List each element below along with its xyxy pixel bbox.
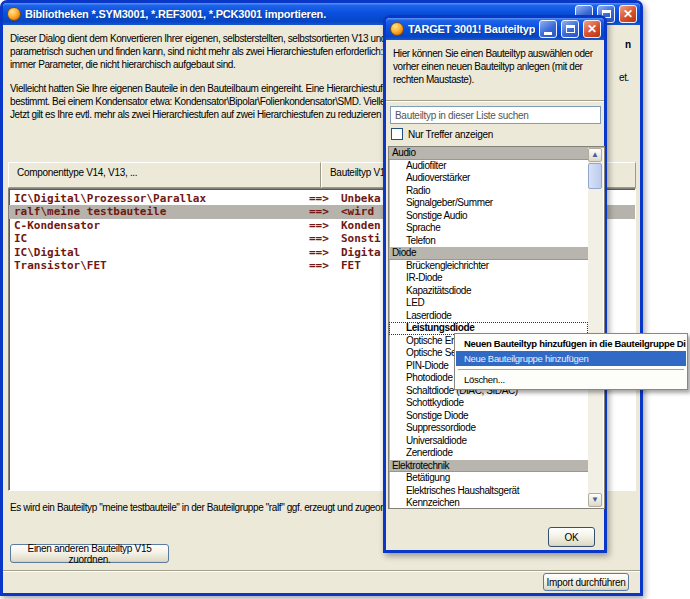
list-item[interactable]: Audioverstärker xyxy=(389,172,604,185)
list-item[interactable]: IR-Diode xyxy=(389,272,604,285)
arrow-icon: ==> xyxy=(309,192,329,205)
row-source: C-Kondensator xyxy=(14,219,100,232)
instruction-text: Hier können Sie einen Bauteiltyp auswähl… xyxy=(393,47,597,86)
checkbox-label: Nur Treffer anzeigen xyxy=(408,129,493,140)
list-item[interactable]: Kapazitätsdiode xyxy=(389,285,604,298)
arrow-icon: ==> xyxy=(309,232,329,245)
row-source: IC xyxy=(14,232,27,245)
column-header-componenttype: Componenttype V14, V13, ... xyxy=(8,162,321,188)
bauteiltypen-dialog-titlebar[interactable]: TARGET 3001! Bauteiltypen ✕ xyxy=(386,18,604,40)
list-item[interactable]: Signalgeber/Summer xyxy=(389,197,604,210)
row-source: ralf\meine testbauteile xyxy=(14,205,166,218)
divider xyxy=(386,100,604,102)
checkbox-icon[interactable] xyxy=(391,128,403,140)
text-fragment: et. xyxy=(619,72,629,83)
run-import-button[interactable]: Import durchführen xyxy=(543,573,629,591)
arrow-icon: ==> xyxy=(309,246,329,259)
list-item[interactable]: Kennzeichen xyxy=(389,497,604,509)
scroll-down-icon[interactable]: ▼ xyxy=(588,493,602,507)
minimize-icon[interactable] xyxy=(539,20,557,38)
component-type-list[interactable]: ▲ ▼ AudioAudiofilterAudioverstärkerRadio… xyxy=(388,146,605,509)
scroll-up-icon[interactable]: ▲ xyxy=(588,148,602,162)
list-item[interactable]: Telefon xyxy=(389,235,604,248)
search-input[interactable] xyxy=(390,106,601,124)
list-item[interactable]: LED xyxy=(389,297,604,310)
list-item[interactable]: Universaldiode xyxy=(389,435,604,448)
target3001-logo-icon xyxy=(390,22,404,36)
list-item[interactable]: Brückengleichrichter xyxy=(389,260,604,273)
menu-item[interactable]: Neuen Bauteiltyp hinzufügen in die Baute… xyxy=(456,336,686,351)
list-group-header[interactable]: Diode xyxy=(389,247,589,260)
list-item[interactable]: Betätigung xyxy=(389,472,604,485)
arrow-icon: ==> xyxy=(309,205,329,218)
arrow-icon: ==> xyxy=(309,259,329,272)
scrollbar-thumb[interactable] xyxy=(588,163,602,189)
target3001-logo-icon xyxy=(7,7,21,21)
row-target: Unbeka xyxy=(341,192,381,205)
list-item[interactable]: Radio xyxy=(389,185,604,198)
divider xyxy=(3,570,640,572)
desktop: Bibliotheken *.SYM3001, *.REF3001, *.PCK… xyxy=(0,0,690,599)
row-target: Konden xyxy=(341,219,381,232)
row-target: Digita xyxy=(341,246,381,259)
bauteiltypen-dialog-window: TARGET 3001! Bauteiltypen ✕ Hier können … xyxy=(383,15,607,553)
list-item[interactable]: Laserdiode xyxy=(389,310,604,323)
menu-item[interactable]: Löschen... xyxy=(456,372,686,387)
list-item[interactable]: Schottkydiode xyxy=(389,397,604,410)
close-icon[interactable]: ✕ xyxy=(619,5,637,23)
context-menu: Neuen Bauteiltyp hinzufügen in die Baute… xyxy=(454,333,688,390)
list-item[interactable]: Elektrisches Haushaltsgerät xyxy=(389,485,604,498)
list-group-header[interactable]: Audio xyxy=(389,147,589,160)
only-hits-checkbox-row[interactable]: Nur Treffer anzeigen xyxy=(391,128,493,140)
arrow-icon: ==> xyxy=(309,219,329,232)
row-source: Transistor\FET xyxy=(14,259,107,272)
list-item[interactable]: Sonstige Audio xyxy=(389,210,604,223)
menu-item[interactable]: Neue Bauteilgruppe hinzufügen xyxy=(456,351,686,366)
list-item[interactable]: Audiofilter xyxy=(389,160,604,173)
list-item[interactable]: Zenerdiode xyxy=(389,447,604,460)
row-source: IC\Digital xyxy=(14,246,80,259)
row-target: Sonsti xyxy=(341,232,381,245)
text-fragment: n xyxy=(625,39,631,50)
row-target: FET xyxy=(341,259,361,272)
list-item[interactable]: Sprache xyxy=(389,222,604,235)
assign-other-type-button[interactable]: Einen anderen Bauteiltyp V15 zuordnen. xyxy=(10,544,169,563)
bauteiltypen-dialog-title: TARGET 3001! Bauteiltypen xyxy=(408,23,535,35)
list-group-header[interactable]: Elektrotechnik xyxy=(389,460,589,473)
scrollbar[interactable]: ▲ ▼ xyxy=(588,148,603,507)
list-item[interactable]: Sonstige Diode xyxy=(389,410,604,423)
bauteiltypen-dialog-body: Hier können Sie einen Bauteiltyp auswähl… xyxy=(386,40,604,550)
maximize-icon[interactable] xyxy=(561,20,579,38)
ok-button[interactable]: OK xyxy=(548,527,595,547)
list-item[interactable]: Suppressordiode xyxy=(389,422,604,435)
close-icon[interactable]: ✕ xyxy=(583,20,601,38)
row-source: IC\Digital\Prozessor\Parallax xyxy=(14,192,206,205)
menu-separator xyxy=(458,369,684,370)
row-target: <wird xyxy=(341,205,374,218)
